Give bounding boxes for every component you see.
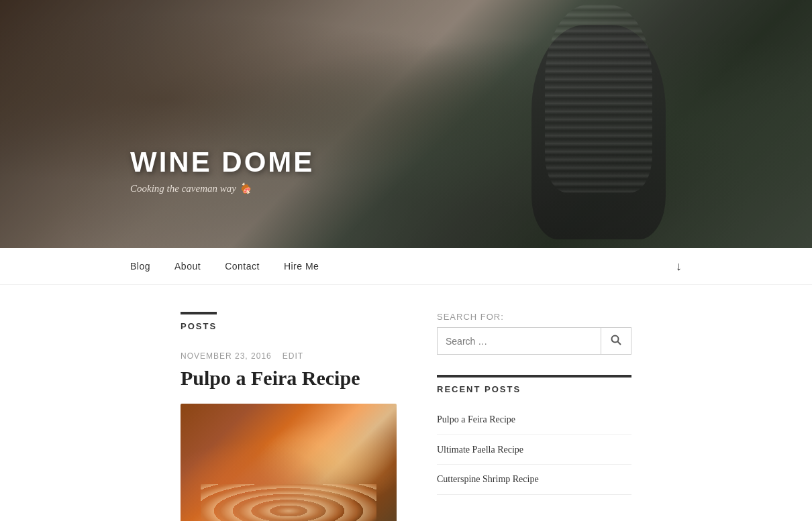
search-input[interactable] — [438, 329, 601, 353]
post-title[interactable]: Pulpo a Feira Recipe — [181, 366, 397, 390]
nav-link-about[interactable]: About — [174, 261, 201, 272]
hero-plant-decoration — [531, 25, 666, 239]
posts-column: POSTS NOVEMBER 23, 2016 EDIT Pulpo a Fei… — [181, 312, 397, 521]
search-icon — [611, 335, 621, 347]
search-button[interactable] — [601, 328, 631, 354]
recent-posts-title: RECENT POSTS — [437, 375, 631, 394]
svg-point-0 — [612, 336, 619, 343]
nav-links: Blog About Contact Hire Me — [130, 261, 319, 272]
posts-heading: POSTS — [181, 312, 217, 331]
site-tagline: Cooking the caveman way 🍖 — [130, 182, 314, 194]
hero-section: WINE DOME Cooking the caveman way 🍖 — [0, 0, 812, 248]
recent-post-item: Cutterspine Shrimp Recipe — [437, 465, 631, 495]
search-form — [437, 327, 631, 355]
hero-text-block: WINE DOME Cooking the caveman way 🍖 — [130, 146, 314, 194]
main-nav: Blog About Contact Hire Me ↓ — [0, 248, 812, 285]
recent-post-link-1[interactable]: Pulpo a Feira Recipe — [437, 414, 515, 424]
recent-post-item: Ultimate Paella Recipe — [437, 435, 631, 465]
nav-link-contact[interactable]: Contact — [225, 261, 260, 272]
post-meta: NOVEMBER 23, 2016 EDIT — [181, 351, 397, 361]
site-title: WINE DOME — [130, 146, 314, 178]
main-content: POSTS NOVEMBER 23, 2016 EDIT Pulpo a Fei… — [50, 285, 762, 521]
post-date: NOVEMBER 23, 2016 — [181, 351, 272, 361]
recent-posts-section: RECENT POSTS Pulpo a Feira Recipe Ultima… — [437, 375, 631, 495]
post-edit-link[interactable]: EDIT — [283, 351, 303, 361]
recent-post-link-2[interactable]: Ultimate Paella Recipe — [437, 445, 523, 455]
recent-post-link-3[interactable]: Cutterspine Shrimp Recipe — [437, 474, 539, 484]
search-section: Search for: — [437, 312, 631, 355]
post-article: NOVEMBER 23, 2016 EDIT Pulpo a Feira Rec… — [181, 351, 397, 521]
hero-overlay — [0, 0, 812, 248]
scroll-down-button[interactable]: ↓ — [676, 259, 682, 274]
nav-link-hire-me[interactable]: Hire Me — [284, 261, 319, 272]
recent-post-item: Pulpo a Feira Recipe — [437, 405, 631, 435]
sidebar: Search for: RECENT POSTS Pulpo a Feira R… — [437, 312, 631, 495]
post-featured-image — [181, 404, 397, 521]
search-label: Search for: — [437, 312, 631, 322]
chevron-down-icon: ↓ — [676, 259, 682, 274]
nav-link-blog[interactable]: Blog — [130, 261, 150, 272]
svg-line-1 — [618, 342, 621, 345]
